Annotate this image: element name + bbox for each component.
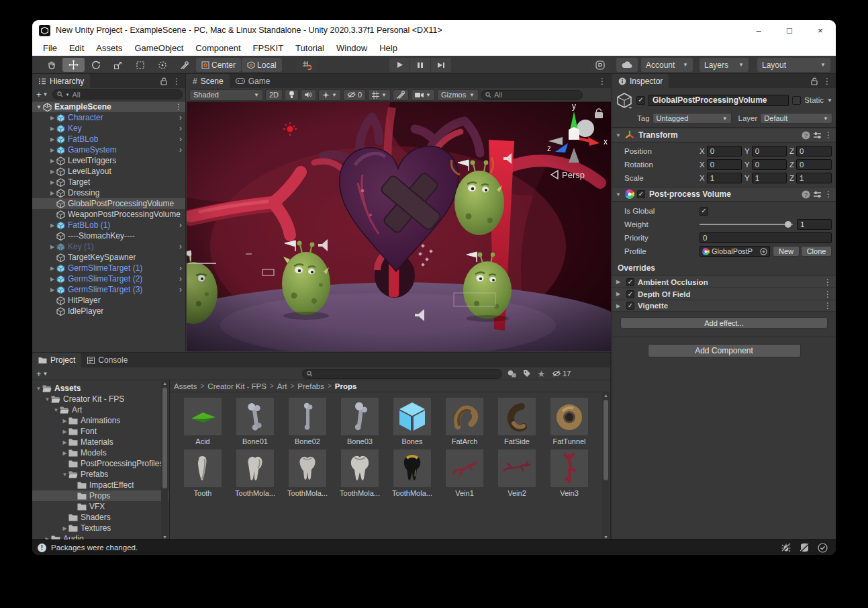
asset-item-fatside[interactable]: FatSide (491, 398, 543, 445)
plastic-scm-icon[interactable] (591, 58, 610, 72)
prefab-open-chevron-icon[interactable]: › (179, 242, 182, 251)
weight-slider[interactable] (700, 219, 793, 230)
menu-item-window[interactable]: Window (330, 40, 373, 56)
coord-space-button[interactable]: Local (242, 58, 282, 72)
kebab-menu-icon[interactable]: ⋮ (175, 102, 183, 112)
hierarchy-item[interactable]: ▶ HitPlayer › (32, 295, 185, 306)
layout-dropdown[interactable]: Layout▼ (757, 58, 830, 72)
foldout-icon[interactable]: ▶ (48, 287, 56, 293)
tab-project[interactable]: Project (32, 353, 81, 367)
axis-value-field[interactable]: 1 (752, 173, 787, 183)
foldout-icon[interactable]: ▶ (48, 244, 56, 250)
static-dropdown-icon[interactable]: ▼ (827, 97, 832, 103)
hierarchy-item[interactable]: ▶ LevelLayout › (32, 166, 185, 177)
prefab-open-chevron-icon[interactable]: › (179, 220, 182, 230)
override-checkbox[interactable]: ✓ (626, 278, 634, 286)
asset-item-fattunnel[interactable]: FatTunnel (543, 398, 595, 445)
add-component-button[interactable]: Add Component (648, 344, 801, 357)
project-tree-item[interactable]: ImpactEffect (32, 480, 169, 490)
hierarchy-item[interactable]: ▶ Dressing › (32, 187, 185, 198)
hidden-count-icon[interactable] (552, 370, 561, 377)
help-icon[interactable]: ? (802, 190, 810, 199)
rect-tool-icon[interactable] (129, 58, 151, 72)
layer-dropdown[interactable]: Default▼ (760, 113, 832, 124)
create-asset-button[interactable]: + (36, 369, 42, 379)
camera-dropdown[interactable]: ▼ (411, 89, 435, 101)
project-tree-item[interactable]: ▼ Creator Kit - FPS (32, 394, 169, 404)
scroll-up-icon[interactable]: ▲ (161, 381, 168, 386)
breadcrumb-item[interactable]: Creator Kit - FPS (207, 382, 267, 390)
close-button[interactable]: × (805, 20, 836, 40)
tab-hierarchy[interactable]: Hierarchy (32, 74, 90, 88)
foldout-icon[interactable]: ▶ (48, 276, 56, 282)
hierarchy-item[interactable]: ▶ TargetKeySpawner › (32, 252, 185, 263)
pause-button[interactable] (410, 58, 430, 72)
asset-item-vein1[interactable]: Vein1 (438, 449, 491, 497)
transform-tool-icon[interactable] (151, 58, 173, 72)
2d-toggle[interactable]: 2D (265, 89, 283, 101)
effects-dropdown[interactable]: ▼ (318, 89, 341, 101)
foldout-closed-icon[interactable]: ▶ (616, 279, 623, 285)
hierarchy-search-input[interactable]: ▼ All (52, 89, 183, 99)
object-name-field[interactable]: GlobalPostProcessingVolume (648, 95, 789, 106)
project-tree-item[interactable]: ▼ Prefabs (32, 469, 169, 480)
audio-toggle[interactable] (301, 89, 316, 101)
lock-icon[interactable] (160, 77, 167, 85)
gizmos-dropdown[interactable]: Gizmos▼ (437, 89, 479, 101)
foldout-closed-icon[interactable]: ▶ (616, 291, 623, 297)
scene-header-row[interactable]: ▼ ExampleScene ⋮ (32, 101, 185, 112)
asset-item-fatarch[interactable]: FatArch (438, 398, 491, 445)
override-row[interactable]: ▶ ✓ Depth Of Field ⋮ (612, 288, 836, 300)
project-tree-item[interactable]: ▶ Textures (32, 523, 169, 533)
layers-dropdown[interactable]: Layers▼ (700, 58, 749, 72)
kebab-menu-icon[interactable]: ⋮ (598, 77, 606, 86)
foldout-icon[interactable]: ▶ (48, 169, 56, 175)
hierarchy-item[interactable]: ▶ ----StomachKey---- › (32, 230, 185, 241)
menu-item-assets[interactable]: Assets (90, 40, 128, 56)
menu-item-gameobject[interactable]: GameObject (128, 40, 189, 56)
kebab-menu-icon[interactable]: ⋮ (824, 277, 832, 287)
foldout-icon[interactable]: ▶ (61, 418, 68, 424)
hierarchy-item[interactable]: ▶ FatBLob (1) › (32, 220, 185, 230)
axis-value-field[interactable]: 1 (796, 173, 832, 183)
ppv-enabled-checkbox[interactable]: ✓ (637, 190, 645, 198)
pivot-mode-button[interactable]: Center (196, 58, 241, 72)
debugger-detached-icon[interactable] (781, 543, 791, 552)
scene-visibility-toggle[interactable]: 0 (343, 89, 366, 101)
tree-scrollbar[interactable]: ▲ ▼ (161, 380, 168, 540)
project-tree-item[interactable]: ▼ Assets (32, 383, 169, 394)
project-tree-item[interactable]: ▶ Materials (32, 437, 169, 447)
progress-check-icon[interactable] (818, 543, 828, 553)
hierarchy-item[interactable]: ▶ GameSystem › (32, 144, 185, 155)
scale-tool-icon[interactable] (107, 58, 129, 72)
hierarchy-item[interactable]: ▶ Target › (32, 177, 185, 187)
prefab-open-chevron-icon[interactable]: › (179, 263, 182, 273)
shading-mode-dropdown[interactable]: Shaded▼ (189, 89, 263, 101)
foldout-icon[interactable]: ▼ (44, 396, 51, 402)
prefab-open-chevron-icon[interactable]: › (179, 285, 182, 294)
hierarchy-item[interactable]: ▶ GermSlimeTarget (3) › (32, 284, 185, 295)
lock-icon[interactable] (811, 77, 818, 85)
object-picker-icon[interactable] (760, 248, 767, 255)
slider-thumb[interactable] (785, 221, 791, 228)
prefab-open-chevron-icon[interactable]: › (179, 145, 182, 155)
asset-item-toothmola-[interactable]: ToothMola... (281, 449, 334, 497)
asset-item-toothmola-[interactable]: ToothMola... (229, 449, 281, 497)
play-button[interactable] (389, 58, 409, 72)
menu-item-component[interactable]: Component (189, 40, 246, 56)
prefab-open-chevron-icon[interactable]: › (179, 124, 182, 133)
search-filter-caret-icon[interactable]: ▼ (66, 93, 70, 97)
hierarchy-item[interactable]: ▶ GlobalPostProcessingVolume › (32, 198, 185, 209)
override-row[interactable]: ▶ ✓ Ambient Occlusion ⋮ (612, 275, 836, 288)
breadcrumb-item[interactable]: Props (335, 382, 357, 390)
foldout-open-icon[interactable]: ▼ (616, 191, 622, 198)
axis-value-field[interactable]: 0 (796, 146, 832, 157)
foldout-icon[interactable]: ▶ (48, 115, 56, 121)
asset-item-vein3[interactable]: Vein3 (543, 449, 595, 497)
foldout-icon[interactable]: ▶ (61, 525, 68, 531)
weight-value-field[interactable]: 1 (797, 219, 832, 230)
profile-object-field[interactable]: GlobalPostP (700, 246, 770, 257)
priority-value-field[interactable]: 0 (700, 232, 832, 243)
asset-item-bone03[interactable]: Bone03 (334, 398, 386, 445)
grid-snap-icon[interactable] (295, 58, 318, 72)
